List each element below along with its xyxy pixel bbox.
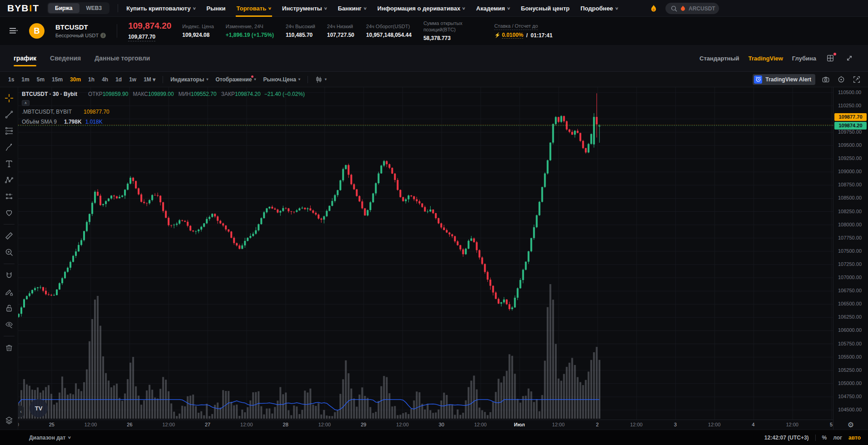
chart-plot-area[interactable]: BTCUSDT · 30 · Bybit ОТКР109859.90 МАКС1… [18, 87, 833, 430]
funding-label[interactable]: Ставка / Отсчет до [494, 23, 538, 30]
timeframe-30m[interactable]: 30m [66, 75, 84, 85]
expand-chart-icon[interactable] [844, 53, 854, 63]
time-axis-label: 2 [596, 422, 599, 427]
symbol-menu-icon[interactable] [9, 27, 18, 35]
nav-item-0[interactable]: Купить криптовалюту∨ [126, 0, 195, 17]
web3-toggle-button[interactable]: WEB3 [79, 3, 109, 13]
fib-retracement-icon[interactable] [3, 125, 15, 136]
bybit-logo[interactable]: BYBIT [7, 3, 39, 14]
time-axis-label: 28 [283, 422, 288, 427]
time-axis-label: 12:00 [552, 422, 565, 427]
ticker-stat-2: 24ч Высокий110,485.70 [286, 24, 315, 38]
time-axis[interactable]: 12:002512:002612:002712:002812:002912:00… [18, 420, 833, 430]
time-axis-label: 4 [752, 422, 754, 427]
mark-price[interactable]: 109,877.70 [128, 34, 155, 42]
chart-mode-2[interactable]: Глубина [792, 55, 816, 62]
symbol-block[interactable]: BTCUSDT Бессрочный USDTi [55, 23, 106, 39]
tradingview-watermark[interactable]: TV [30, 399, 48, 417]
timeframe-15m[interactable]: 15m [48, 75, 66, 85]
legend-volume-value: 1.798K [64, 119, 82, 125]
search-input[interactable]: ARCUSDT [665, 3, 719, 14]
price-axis-label: 104500.00 [838, 407, 862, 412]
axis-settings-gear-icon[interactable]: ⚙ [833, 420, 868, 430]
toolbar-menu-0[interactable]: Индикаторы▾ [167, 75, 212, 85]
candlestick-chart [18, 87, 833, 430]
legend-symbol[interactable]: BTCUSDT · 30 · Bybit [22, 91, 77, 97]
timeframe-5m[interactable]: 5m [33, 75, 48, 85]
lock-all-drawings-icon[interactable] [3, 303, 15, 314]
legend-mark-symbol[interactable]: .MBTCUSDT, BYBIT [22, 109, 72, 115]
legend-volume-label[interactable]: Объём SMA 9 [22, 119, 57, 125]
timeframe-1m[interactable]: 1m [18, 75, 33, 85]
timeframe-1d[interactable]: 1d [112, 75, 125, 85]
remove-drawings-trash-icon[interactable] [3, 342, 15, 353]
price-axis-label: 108250.00 [838, 209, 862, 214]
chart-toolbar: 1s1m5m15m30m1h4h1d1w1M ▾ Индикаторы▾Отоб… [0, 72, 868, 87]
candle-style-menu[interactable]: ▾ [312, 74, 330, 85]
time-axis-label: 27 [205, 422, 210, 427]
log-scale-button[interactable]: лог [833, 435, 842, 441]
trend-line-icon[interactable] [3, 109, 15, 120]
ruler-measure-icon[interactable] [3, 230, 15, 241]
price-axis-label: 106000.00 [838, 327, 862, 333]
price-axis-label: 106500.00 [838, 301, 862, 306]
fullscreen-icon[interactable] [852, 75, 862, 85]
screenshot-camera-icon[interactable] [821, 75, 831, 85]
layout-grid-icon[interactable] [825, 53, 835, 63]
timeframe-4h[interactable]: 4h [98, 75, 112, 85]
tab-2[interactable]: Данные торговли [94, 45, 150, 72]
chart-mode-0[interactable]: Стандартный [699, 55, 739, 62]
brush-icon[interactable] [3, 142, 15, 153]
timeframe-1s[interactable]: 1s [5, 75, 18, 85]
funding-rate[interactable]: 0.0100% [502, 32, 523, 39]
price-axis-label: 105750.00 [838, 341, 862, 346]
magnet-icon[interactable] [3, 270, 15, 281]
toolbar-menu-2[interactable]: Рыноч.Цена▾ [260, 75, 304, 85]
drawing-edit-lock-icon[interactable] [3, 286, 15, 297]
price-axis-label: 109250.00 [838, 155, 862, 161]
nav-item-3[interactable]: Инструменты∨ [282, 0, 327, 17]
panel-collapse-handle[interactable]: ‹ [18, 405, 24, 417]
xabcd-pattern-icon[interactable] [3, 175, 15, 185]
tradingview-alert-button[interactable]: TradingView Alert [753, 74, 815, 85]
info-icon[interactable]: i [100, 33, 106, 38]
timeframe-1w[interactable]: 1w [125, 75, 140, 85]
time-axis-label: 12:00 [18, 422, 19, 427]
crosshair-cursor-icon[interactable] [3, 93, 15, 104]
legend-change: −21.40 (−0.02%) [264, 91, 305, 97]
auto-scale-button[interactable]: авто [848, 435, 861, 441]
price-axis-label: 107750.00 [838, 235, 862, 240]
nav-item-7[interactable]: Бонусный центр [521, 0, 570, 17]
nav-item-1[interactable]: Рынки [206, 0, 225, 17]
mark-price-badge[interactable]: 109877.70 [834, 113, 867, 121]
flame-icon[interactable] [649, 4, 658, 13]
nav-item-6[interactable]: Академия∨ [476, 0, 510, 17]
toolbar-menu-1[interactable]: Отображение▾ [212, 75, 259, 85]
last-price-badge[interactable]: 109874.20 [834, 122, 867, 130]
nav-item-4[interactable]: Банкинг∨ [338, 0, 367, 17]
chart-mode-1[interactable]: TradingView [749, 55, 783, 62]
tab-0[interactable]: график [14, 45, 36, 72]
tab-1[interactable]: Сведения [50, 45, 81, 72]
price-axis-label: 108750.00 [838, 182, 862, 187]
emoji-heart-icon[interactable] [3, 207, 15, 218]
legend-collapse-button[interactable]: ∧ [22, 100, 30, 106]
timeframe-1M[interactable]: 1M ▾ [140, 75, 159, 85]
text-tool-icon[interactable] [3, 158, 15, 169]
nav-item-5[interactable]: Информация о деривативах∨ [377, 0, 465, 17]
nav-item-2[interactable]: Торговать∨ [237, 0, 271, 17]
hide-drawings-eye-icon[interactable] [3, 319, 15, 330]
clock-timezone-button[interactable]: 12:42:07 (UTC+3) [764, 435, 809, 441]
time-axis-label: 12:00 [786, 422, 799, 427]
object-tree-layers-icon[interactable] [3, 415, 15, 426]
date-range-button[interactable]: Диапазон дат ∨ [29, 435, 71, 441]
percent-scale-button[interactable]: % [822, 435, 827, 441]
exchange-toggle-button[interactable]: Биржа [48, 3, 79, 13]
timeframe-1h[interactable]: 1h [84, 75, 98, 85]
price-axis[interactable]: 109877.70 109874.20 ⚙ 110500.00110250.00… [833, 87, 868, 430]
toolbar-divider [163, 76, 163, 83]
chart-settings-icon[interactable] [836, 75, 846, 85]
zoom-in-icon[interactable] [3, 247, 15, 258]
forecast-position-icon[interactable] [3, 191, 15, 202]
nav-item-8[interactable]: Подробнее∨ [580, 0, 618, 17]
